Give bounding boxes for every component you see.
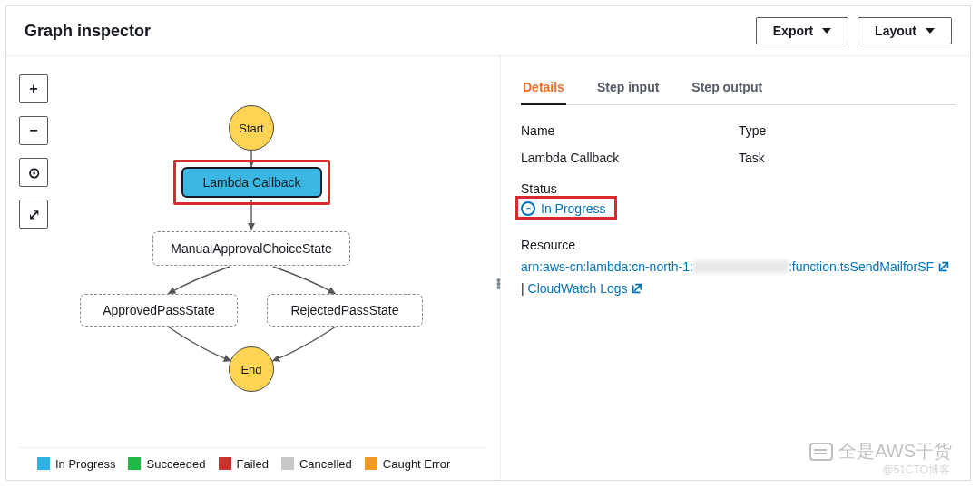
node-approved-pass[interactable]: ApprovedPassState [80, 294, 238, 327]
square-icon [128, 457, 141, 470]
name-label: Name [521, 123, 739, 138]
square-icon [281, 457, 294, 470]
zoom-out-button[interactable]: − [19, 116, 48, 145]
caret-down-icon [822, 28, 831, 34]
node-start[interactable]: Start [229, 105, 274, 151]
node-approved-label: ApprovedPassState [103, 303, 215, 317]
panel-header: Graph inspector Export Layout [6, 6, 970, 56]
external-link-icon [631, 279, 643, 292]
status-label: Status [521, 181, 956, 196]
resource-arn-link[interactable]: arn:aws-cn:lambda:cn-north-1::function:t… [521, 259, 950, 274]
legend-in-progress: In Progress [37, 457, 115, 471]
resource-prefix: arn:aws-cn:lambda:cn-north-1: [521, 259, 693, 274]
row-values: Lambda Callback Task [521, 151, 956, 165]
legend-caught-error: Caught Error [365, 457, 450, 471]
in-progress-icon: ··· [521, 201, 535, 216]
node-end-label: End [240, 363, 261, 376]
node-lambda-callback[interactable]: Lambda Callback [181, 167, 322, 198]
target-icon: ⊙ [28, 164, 40, 181]
center-button[interactable]: ⊙ [19, 158, 48, 187]
fullscreen-button[interactable]: ⤢ [19, 200, 48, 229]
node-lambda-label: Lambda Callback [202, 175, 300, 190]
layout-button[interactable]: Layout [858, 17, 952, 44]
node-end[interactable]: End [229, 346, 274, 392]
node-choice-label: ManualApprovalChoiceState [171, 241, 331, 256]
type-value: Task [739, 151, 956, 165]
caret-down-icon [926, 28, 935, 34]
graph-pane: + − ⊙ ⤢ [6, 56, 501, 480]
minus-icon: − [29, 122, 37, 139]
graph-inspector-panel: Graph inspector Export Layout + − ⊙ ⤢ [5, 5, 971, 481]
panel-body: + − ⊙ ⤢ [6, 56, 970, 480]
legend-cancelled: Cancelled [281, 457, 352, 471]
external-link-icon [937, 258, 950, 270]
cloudwatch-label: CloudWatch Logs [528, 281, 628, 296]
redacted-account-id [693, 260, 789, 273]
tab-step-output[interactable]: Step output [690, 71, 764, 104]
export-label: Export [773, 24, 813, 38]
node-rejected-label: RejectedPassState [290, 303, 398, 317]
type-label: Type [739, 123, 956, 138]
square-icon [219, 457, 231, 470]
layout-label: Layout [875, 24, 916, 38]
status-wrap: ··· In Progress [521, 200, 606, 216]
details-pane: ••• Details Step input Step output Name … [501, 56, 976, 480]
resource-suffix: :function:tsSendMailforSF [789, 259, 934, 274]
legend-failed: Failed [219, 457, 269, 471]
header-actions: Export Layout [756, 17, 952, 44]
zoom-in-button[interactable]: + [19, 74, 48, 103]
node-manual-approval-choice[interactable]: ManualApprovalChoiceState [152, 231, 350, 266]
panel-title: Graph inspector [24, 22, 151, 41]
square-icon [37, 457, 50, 470]
plus-icon: + [29, 81, 37, 97]
resource-label: Resource [521, 234, 956, 256]
expand-icon: ⤢ [28, 206, 40, 223]
name-value: Lambda Callback [521, 151, 739, 165]
status-text: In Progress [541, 201, 606, 216]
legend-succeeded: Succeeded [128, 457, 205, 471]
tabs: Details Step input Step output [521, 65, 956, 105]
tab-details[interactable]: Details [521, 71, 566, 105]
resize-grip-icon[interactable]: ••• [496, 278, 502, 289]
node-start-label: Start [239, 122, 263, 135]
tab-step-input[interactable]: Step input [595, 71, 661, 104]
row-labels: Name Type [521, 123, 956, 142]
graph-toolbar: + − ⊙ ⤢ [19, 74, 48, 229]
export-button[interactable]: Export [756, 17, 848, 44]
separator: | [521, 281, 528, 296]
node-rejected-pass[interactable]: RejectedPassState [267, 294, 423, 327]
legend: In Progress Succeeded Failed Cancelled C… [19, 447, 487, 474]
status-value: ··· In Progress [521, 201, 606, 216]
square-icon [365, 457, 377, 470]
resource-block: Resource arn:aws-cn:lambda:cn-north-1::f… [521, 234, 956, 299]
cloudwatch-logs-link[interactable]: CloudWatch Logs [528, 281, 644, 296]
